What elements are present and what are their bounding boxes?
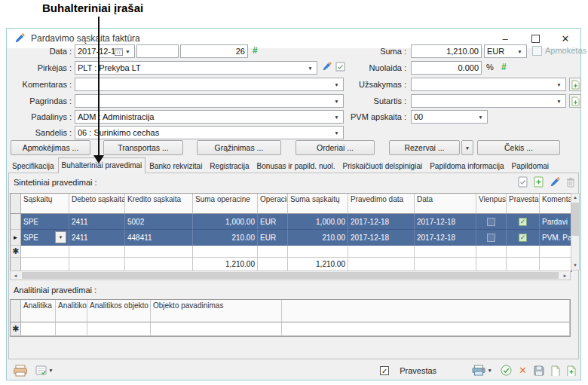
new-document-icon[interactable]: [551, 365, 560, 376]
chevron-down-icon[interactable]: ▼: [485, 368, 494, 373]
edit-pencil-icon[interactable]: [550, 177, 560, 188]
document-check-icon[interactable]: [518, 176, 528, 188]
cell[interactable]: 1,000.00: [193, 214, 258, 230]
scroll-left-icon[interactable]: ◄: [11, 273, 20, 278]
cell[interactable]: ✓: [507, 214, 540, 230]
cell[interactable]: 2411: [69, 214, 125, 230]
delete-trash-icon[interactable]: [566, 177, 575, 188]
transport-button[interactable]: Transportas ...: [103, 140, 183, 155]
col-header[interactable]: Vienpusi: [476, 194, 507, 214]
chevron-down-icon[interactable]: ▼: [555, 99, 563, 104]
tab-registracija[interactable]: Registracija: [206, 159, 253, 173]
cell[interactable]: 210.00: [288, 230, 348, 246]
onesided-checkbox[interactable]: [487, 234, 495, 242]
tab-papildoma-informacija[interactable]: Papildoma informacija: [426, 159, 507, 173]
sum-input[interactable]: 1,210.00: [411, 44, 482, 58]
col-header[interactable]: Analitika: [21, 300, 56, 322]
discount-input[interactable]: 0.000: [411, 61, 482, 75]
order-add-button[interactable]: [569, 78, 581, 91]
posted-checkbox[interactable]: ✓: [519, 234, 527, 242]
save-icon[interactable]: [534, 365, 544, 376]
reserves-dropdown-button[interactable]: ▼: [461, 140, 473, 155]
tab-banko-rekvizitai[interactable]: Banko rekvizitai: [145, 159, 206, 173]
reserves-button[interactable]: Rezervai ...: [389, 140, 460, 155]
cell[interactable]: EUR: [258, 230, 288, 246]
confirm-check-icon[interactable]: [501, 365, 512, 376]
cell[interactable]: 210.00: [193, 230, 258, 246]
chevron-down-icon[interactable]: ▼: [124, 49, 132, 54]
cell[interactable]: 2017-12-18: [415, 230, 476, 246]
cell[interactable]: [476, 214, 507, 230]
col-header[interactable]: Debeto sąskaita: [69, 194, 125, 214]
chevron-down-icon[interactable]: ▼: [516, 49, 524, 54]
cell[interactable]: [258, 246, 288, 258]
horizontal-scrollbar[interactable]: ◄ ►: [10, 270, 571, 280]
warehouse-select[interactable]: 06 : Surinkimo cechas ▼: [75, 126, 344, 139]
col-header[interactable]: Pravedimo data: [348, 194, 415, 214]
cell[interactable]: [507, 246, 540, 258]
cell[interactable]: 2017-12-18: [415, 214, 476, 230]
cell[interactable]: [21, 322, 56, 336]
cell[interactable]: [476, 230, 507, 246]
document-add-icon[interactable]: [534, 176, 544, 188]
col-header[interactable]: Kredito sąskaita: [125, 194, 193, 214]
calendar-icon[interactable]: [115, 47, 123, 56]
numbering-hash-icon[interactable]: #: [501, 62, 507, 72]
cell[interactable]: 1,000.00: [288, 214, 348, 230]
cell[interactable]: [348, 246, 415, 258]
paid-checkbox[interactable]: [532, 46, 542, 56]
cell[interactable]: [21, 246, 69, 258]
number-input[interactable]: 26: [180, 44, 248, 58]
cell[interactable]: [56, 322, 87, 336]
col-header[interactable]: Suma operacine: [193, 194, 258, 214]
cell[interactable]: 2411: [69, 230, 125, 246]
tab-papildomai[interactable]: Papildomai: [508, 159, 553, 173]
cell[interactable]: Pardavi: [540, 214, 571, 230]
add-document-icon[interactable]: [567, 365, 576, 376]
export-document-icon[interactable]: ▼: [35, 365, 55, 375]
cell[interactable]: [125, 246, 193, 258]
scroll-down-icon[interactable]: ▼: [573, 261, 577, 270]
cell[interactable]: [151, 322, 282, 336]
cell[interactable]: EUR: [258, 214, 288, 230]
cell[interactable]: 2017-12-18: [348, 230, 415, 246]
scroll-up-icon[interactable]: ▲: [573, 194, 577, 202]
numbering-hash-icon[interactable]: #: [253, 45, 258, 56]
series-input[interactable]: [136, 44, 179, 58]
cell-dropdown-button[interactable]: ▼: [55, 231, 66, 243]
chevron-down-icon[interactable]: ▼: [476, 115, 485, 120]
scroll-right-icon[interactable]: ►: [560, 273, 570, 278]
col-header[interactable]: Sąskaitų: [21, 194, 69, 214]
date-input[interactable]: 2017-12-18 ▼: [75, 44, 135, 58]
col-header[interactable]: Objekto pavadinimas: [151, 300, 282, 322]
order-select[interactable]: ▼: [411, 78, 566, 91]
onesided-checkbox[interactable]: [487, 218, 495, 226]
color-print-button[interactable]: ▼: [472, 365, 494, 376]
cell[interactable]: 5002: [125, 214, 193, 230]
posted-checkbox[interactable]: ✓: [519, 218, 527, 226]
cell[interactable]: SPE▼: [21, 230, 69, 246]
return-button[interactable]: Grąžinimas ...: [197, 140, 281, 155]
cell[interactable]: [415, 246, 476, 258]
scrollbar-thumb[interactable]: [22, 272, 559, 279]
cell[interactable]: [282, 322, 570, 336]
tab-delspinigiai[interactable]: Priskaičiuoti delspinigiai: [339, 159, 427, 173]
chevron-down-icon[interactable]: ▼: [332, 130, 341, 136]
col-header[interactable]: Data: [415, 194, 476, 214]
cancel-x-icon[interactable]: ✕: [519, 365, 527, 376]
col-header[interactable]: Komenta: [540, 194, 571, 214]
receipt-button[interactable]: Čekis ...: [477, 140, 560, 155]
cell[interactable]: [69, 246, 125, 258]
contract-add-button[interactable]: [569, 94, 581, 108]
cell[interactable]: [540, 246, 571, 258]
tab-bonusas[interactable]: Bonusas ir papild. nuol.: [253, 159, 339, 173]
cell[interactable]: SPE: [21, 214, 69, 230]
cell[interactable]: [193, 246, 258, 258]
orders-button[interactable]: Orderiai ...: [296, 140, 375, 155]
col-header[interactable]: Pravesta: [507, 194, 540, 214]
cell[interactable]: 448411: [125, 230, 193, 246]
col-header[interactable]: Operacin: [258, 194, 288, 214]
vertical-scrollbar[interactable]: ▲ ▼: [571, 193, 580, 270]
contract-select[interactable]: ▼: [411, 94, 566, 108]
cell[interactable]: ✓: [507, 230, 540, 246]
